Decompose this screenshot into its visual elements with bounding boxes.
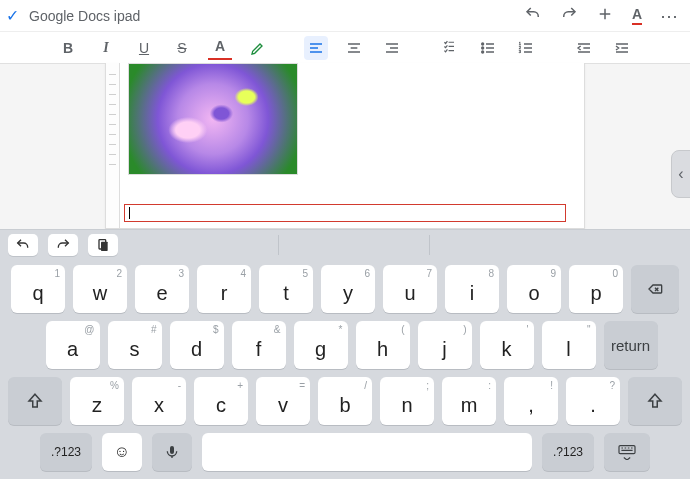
key-q[interactable]: 1q (11, 265, 65, 313)
key-y[interactable]: 6y (321, 265, 375, 313)
key-k[interactable]: 'k (480, 321, 534, 369)
bold-button[interactable]: B (56, 36, 80, 60)
key-w[interactable]: 2w (73, 265, 127, 313)
key-t[interactable]: 5t (259, 265, 313, 313)
document-area[interactable] (0, 64, 690, 229)
kb-paste-button[interactable] (88, 234, 118, 256)
return-key[interactable]: return (604, 321, 658, 369)
checklist-button[interactable] (438, 36, 462, 60)
onscreen-keyboard: 1q2w3e4r5t6y7u8i9o0p @a#s$d&f*g(h)j'k"l … (0, 259, 690, 479)
kb-redo-button[interactable] (48, 234, 78, 256)
format-toolbar: B I U S A 123 (0, 32, 690, 64)
key-l[interactable]: "l (542, 321, 596, 369)
topbar-right: A ⋯ (524, 5, 684, 27)
key-i[interactable]: 8i (445, 265, 499, 313)
svg-rect-7 (101, 241, 108, 250)
strikethrough-button[interactable]: S (170, 36, 194, 60)
text-caret-line[interactable] (124, 204, 566, 222)
keyboard-accessory-bar (0, 229, 690, 259)
key-u[interactable]: 7u (383, 265, 437, 313)
key-e[interactable]: 3e (135, 265, 189, 313)
key-s[interactable]: #s (108, 321, 162, 369)
mode-key-left[interactable]: .?123 (40, 433, 92, 471)
svg-point-1 (482, 47, 484, 49)
key-v[interactable]: =v (256, 377, 310, 425)
key-b[interactable]: /b (318, 377, 372, 425)
shift-key-right[interactable] (628, 377, 682, 425)
key-f[interactable]: &f (232, 321, 286, 369)
key-g[interactable]: *g (294, 321, 348, 369)
text-color-button[interactable]: A (208, 36, 232, 60)
key-d[interactable]: $d (170, 321, 224, 369)
align-left-button[interactable] (304, 36, 328, 60)
app-topbar: ✓ Google Docs ipad A ⋯ (0, 0, 690, 32)
svg-point-0 (482, 43, 484, 45)
key-c[interactable]: +c (194, 377, 248, 425)
align-center-button[interactable] (342, 36, 366, 60)
topbar-left: ✓ Google Docs ipad (6, 6, 140, 25)
dismiss-keyboard-key[interactable] (604, 433, 650, 471)
svg-rect-9 (619, 446, 635, 454)
key-r[interactable]: 4r (197, 265, 251, 313)
svg-rect-8 (170, 446, 174, 454)
numbered-list-button[interactable]: 123 (514, 36, 538, 60)
kb-undo-button[interactable] (8, 234, 38, 256)
key-row-4: .?123 ☺ .?123 (8, 433, 682, 471)
key-row-1: 1q2w3e4r5t6y7u8i9o0p (8, 265, 682, 313)
side-panel-toggle[interactable]: ‹ (671, 150, 690, 198)
key-z[interactable]: %z (70, 377, 124, 425)
dictation-key[interactable] (152, 433, 192, 471)
doc-title[interactable]: Google Docs ipad (29, 8, 140, 24)
key-o[interactable]: 9o (507, 265, 561, 313)
bulleted-list-button[interactable] (476, 36, 500, 60)
key-a[interactable]: @a (46, 321, 100, 369)
key-.[interactable]: ?. (566, 377, 620, 425)
done-check-icon[interactable]: ✓ (6, 6, 19, 25)
add-icon[interactable] (596, 5, 614, 27)
chevron-left-icon: ‹ (678, 165, 683, 183)
document-page[interactable] (105, 63, 585, 229)
space-key[interactable] (202, 433, 532, 471)
text-caret (129, 207, 130, 219)
separator (278, 235, 279, 255)
key-row-3: %z-x+c=v/b;n:m!,?. (8, 377, 682, 425)
separator (429, 235, 430, 255)
svg-point-2 (482, 51, 484, 53)
vertical-ruler (106, 63, 120, 228)
redo-icon[interactable] (560, 5, 578, 27)
inserted-image[interactable] (128, 63, 298, 175)
italic-button[interactable]: I (94, 36, 118, 60)
key-,[interactable]: !, (504, 377, 558, 425)
underline-button[interactable]: U (132, 36, 156, 60)
key-n[interactable]: ;n (380, 377, 434, 425)
more-menu-icon[interactable]: ⋯ (660, 5, 680, 27)
emoji-key[interactable]: ☺ (102, 433, 142, 471)
shift-key-left[interactable] (8, 377, 62, 425)
undo-icon[interactable] (524, 5, 542, 27)
key-p[interactable]: 0p (569, 265, 623, 313)
text-format-icon[interactable]: A (632, 7, 642, 25)
backspace-key[interactable] (631, 265, 679, 313)
highlight-button[interactable] (246, 36, 270, 60)
key-h[interactable]: (h (356, 321, 410, 369)
mode-key-right[interactable]: .?123 (542, 433, 594, 471)
key-row-2: @a#s$d&f*g(h)j'k"l return (8, 321, 682, 369)
align-right-button[interactable] (380, 36, 404, 60)
key-m[interactable]: :m (442, 377, 496, 425)
indent-decrease-button[interactable] (572, 36, 596, 60)
key-j[interactable]: )j (418, 321, 472, 369)
indent-increase-button[interactable] (610, 36, 634, 60)
key-x[interactable]: -x (132, 377, 186, 425)
svg-text:3: 3 (519, 49, 522, 54)
